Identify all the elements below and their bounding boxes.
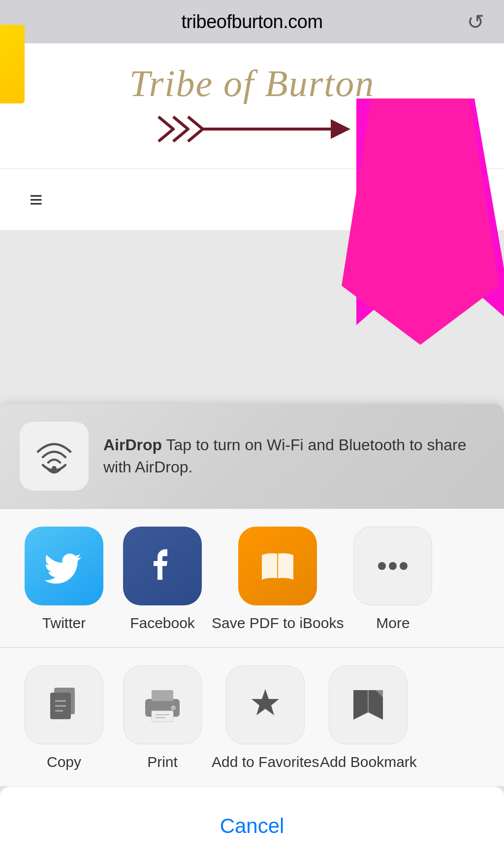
twitter-share-item[interactable]: Twitter [15,527,113,632]
copy-action-item[interactable]: Copy [15,665,113,771]
cancel-label: Cancel [220,814,284,838]
svg-rect-22 [152,690,173,701]
ibooks-label: Save PDF to iBooks [212,613,344,632]
instagram-icon[interactable] [390,181,427,218]
svg-point-13 [378,562,386,570]
more-icon [353,527,432,605]
airdrop-description: AirDrop Tap to turn on Wi-Fi and Bluetoo… [103,434,484,478]
svg-rect-23 [152,711,173,722]
favorites-icon [226,665,305,744]
facebook-icon [123,527,202,605]
cancel-button[interactable]: Cancel [0,786,504,865]
sticky-note-peek [0,25,25,103]
svg-point-14 [389,562,397,570]
airdrop-icon [20,422,89,491]
svg-point-3 [405,196,412,203]
url-display[interactable]: tribeofburton.com [181,11,322,33]
print-action-item[interactable]: Print [113,665,212,771]
svg-marker-1 [331,119,350,139]
browser-bar: tribeofburton.com ↻ [0,0,504,43]
bookmark-icon [329,665,408,744]
bookmark-label: Add Bookmark [320,752,417,771]
site-arrow [30,109,474,149]
svg-point-4 [412,193,415,196]
hamburger-icon[interactable]: ≡ [30,188,43,211]
favorites-label: Add to Favorites [212,752,319,771]
twitter-label: Twitter [42,613,86,632]
svg-rect-2 [400,191,417,208]
airdrop-section[interactable]: AirDrop Tap to turn on Wi-Fi and Bluetoo… [0,404,504,509]
twitter-icon [25,527,103,605]
website-nav: ≡ p [0,169,504,230]
pinterest-icon[interactable]: p [437,181,474,218]
bookmark-action-item[interactable]: Add Bookmark [319,665,417,771]
svg-point-24 [171,705,176,710]
copy-icon [25,665,103,744]
facebook-label: Facebook [130,613,195,632]
share-sheet: AirDrop Tap to turn on Wi-Fi and Bluetoo… [0,404,504,786]
refresh-icon[interactable]: ↻ [467,10,484,34]
svg-text:p: p [451,191,460,208]
website-header: Tribe of Burton [0,43,504,169]
app-share-row: Twitter Facebook Save PDF to iBooks [0,509,504,648]
more-label: More [376,613,410,632]
more-share-item[interactable]: More [344,527,442,632]
ibooks-share-item[interactable]: Save PDF to iBooks [212,527,344,632]
copy-label: Copy [47,752,81,771]
site-title: Tribe of Burton [30,63,474,104]
print-label: Print [147,752,178,771]
favorites-action-item[interactable]: Add to Favorites [212,665,319,771]
nav-icons: p [390,181,474,218]
ibooks-icon [238,527,317,605]
svg-point-15 [400,562,408,570]
airdrop-title: AirDrop [103,436,162,454]
print-icon [123,665,202,744]
action-row: Copy Print [0,648,504,786]
facebook-share-item[interactable]: Facebook [113,527,212,632]
